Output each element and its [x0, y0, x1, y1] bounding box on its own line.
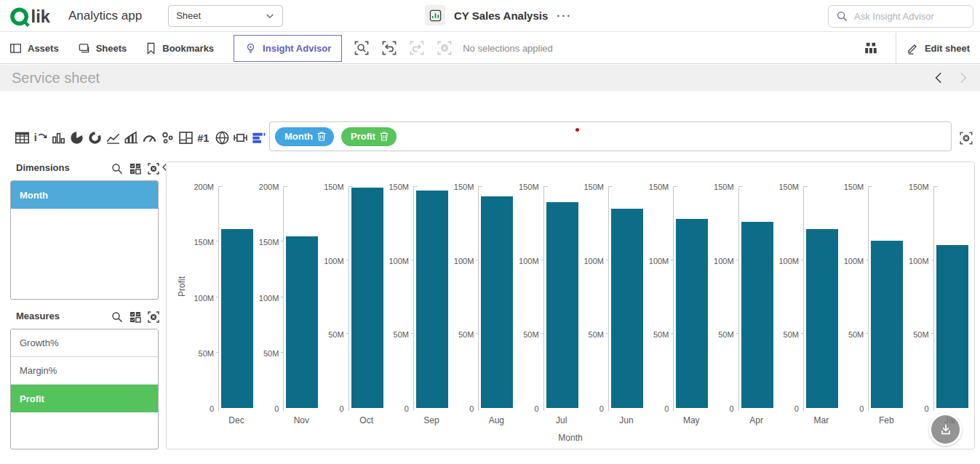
tick-label: 0: [924, 404, 928, 413]
tick-label: 0: [730, 404, 734, 413]
bar-may[interactable]: [676, 219, 708, 408]
download-button[interactable]: [929, 413, 962, 446]
app-title: Analytics app: [68, 9, 142, 23]
trash-icon[interactable]: [379, 131, 389, 142]
pill-label: Profit: [351, 131, 375, 142]
search-icon[interactable]: [111, 311, 124, 324]
clear-selections-icon[interactable]: [147, 311, 160, 324]
insight-advisor-button[interactable]: Insight Advisor: [234, 35, 342, 62]
bar-chart-icon[interactable]: [51, 130, 66, 145]
bar-feb[interactable]: [871, 241, 903, 408]
tick-label: 0: [599, 404, 604, 413]
bar-mar[interactable]: [806, 229, 838, 408]
measures-header: Measures: [16, 311, 60, 321]
more-options-button[interactable]: ···: [557, 9, 572, 22]
tick-label: 0: [859, 404, 864, 413]
bar-apr[interactable]: [741, 222, 773, 408]
sheet-grid-icon[interactable]: [864, 41, 878, 55]
bar-dec[interactable]: [221, 229, 253, 408]
bar-oct[interactable]: [351, 188, 383, 408]
qlik-logo: lik: [10, 4, 57, 28]
document-title: CY Sales Analysis: [454, 9, 548, 22]
ask-insight-advisor-input[interactable]: Ask Insight Advisor: [828, 5, 973, 28]
tick-label: 150M: [909, 183, 929, 191]
select-all-icon[interactable]: [129, 162, 142, 175]
pencil-icon: [907, 42, 919, 55]
trash-icon[interactable]: [316, 131, 327, 142]
field-pill-input[interactable]: MonthProfit: [269, 121, 952, 151]
smart-search-icon[interactable]: [354, 40, 370, 56]
scatter-plot-icon[interactable]: [160, 130, 175, 145]
plot-area: [414, 186, 448, 408]
y-axis: 050M100M150M: [578, 186, 609, 408]
treemap-icon[interactable]: [178, 130, 194, 145]
red-dot-indicator: [575, 128, 579, 132]
kpi-icon[interactable]: #1: [196, 130, 212, 145]
tab-bookmarks[interactable]: Bookmarks: [136, 33, 223, 63]
gauge-icon[interactable]: [142, 130, 157, 145]
map-icon[interactable]: [215, 130, 230, 145]
tick-label: 200M: [194, 183, 214, 191]
bar-sep[interactable]: [416, 191, 448, 408]
category-label-nov: Nov: [282, 415, 320, 425]
straight-table-icon[interactable]: [15, 130, 30, 145]
previous-sheet-icon[interactable]: [932, 71, 945, 84]
bar-chart-panel[interactable]: Profit 050M100M150M200MDec050M100M150M20…: [166, 161, 975, 449]
edit-sheet-button[interactable]: Edit sheet: [896, 42, 980, 55]
plot-area: [804, 186, 838, 408]
line-chart-icon[interactable]: [105, 130, 121, 145]
mini-chart-oct: 050M100M150MOct: [319, 186, 383, 408]
tick-label: 150M: [389, 183, 409, 191]
bar-nov[interactable]: [286, 236, 318, 408]
plot-area: [284, 186, 318, 408]
pie-chart-icon[interactable]: [69, 130, 84, 145]
step-back-icon[interactable]: [381, 40, 397, 56]
search-icon[interactable]: [111, 162, 124, 175]
field-pill-month[interactable]: Month: [275, 127, 334, 146]
tick-label: 0: [535, 404, 539, 413]
tick-label: 100M: [194, 294, 214, 303]
tab-bookmarks-label: Bookmarks: [162, 43, 214, 54]
clear-selections-icon[interactable]: [147, 162, 160, 175]
dimensions-header: Dimensions: [16, 162, 70, 173]
measure-item-margin[interactable]: Margin%: [11, 357, 158, 385]
tab-sheets[interactable]: Sheets: [68, 33, 137, 63]
dimensions-listbox: Month: [10, 180, 159, 300]
select-all-icon[interactable]: [129, 311, 142, 324]
bar-jul[interactable]: [546, 202, 578, 408]
tick-label: 100M: [649, 257, 669, 265]
y-axis: 050M100M150M: [838, 186, 869, 408]
tick-label: 150M: [194, 238, 214, 247]
mini-chart-dec: 050M100M150M200MDec: [188, 186, 253, 408]
tick-label: 50M: [653, 330, 669, 339]
plot-area: [739, 186, 773, 408]
tab-assets[interactable]: Assets: [0, 33, 68, 63]
box-plot-icon[interactable]: [233, 130, 248, 145]
tick-label: 100M: [389, 257, 409, 265]
mini-chart-nov: 050M100M150M200MNov: [253, 186, 318, 408]
bar-aug[interactable]: [481, 196, 513, 408]
measure-item-profit[interactable]: Profit: [11, 385, 158, 412]
plot-area: [544, 186, 578, 408]
mekko-chart-icon[interactable]: [251, 130, 266, 145]
tick-label: 50M: [589, 330, 604, 339]
next-sheet-icon: [957, 71, 970, 84]
dimension-item-month[interactable]: Month: [11, 181, 158, 209]
category-label-may: May: [672, 415, 710, 425]
donut-chart-icon[interactable]: [87, 130, 103, 145]
mini-chart-jul: 050M100M150MJul: [514, 186, 578, 408]
field-pill-profit[interactable]: Profit: [341, 127, 397, 146]
tick-label: 150M: [519, 183, 539, 191]
bookmark-icon: [146, 42, 156, 55]
tick-label: 100M: [778, 257, 799, 265]
sheet-dropdown[interactable]: Sheet: [168, 5, 283, 27]
measure-item-growth[interactable]: Growth%: [11, 329, 158, 357]
category-label-mar: Mar: [802, 415, 840, 425]
bar-jun[interactable]: [611, 209, 643, 409]
histogram-icon[interactable]: [124, 130, 139, 145]
bar-jan[interactable]: [936, 245, 968, 408]
tick-label: 150M: [454, 183, 474, 191]
pivot-table-icon[interactable]: i: [33, 130, 48, 145]
clear-fields-icon[interactable]: [959, 131, 973, 145]
tick-label: 100M: [324, 257, 344, 265]
